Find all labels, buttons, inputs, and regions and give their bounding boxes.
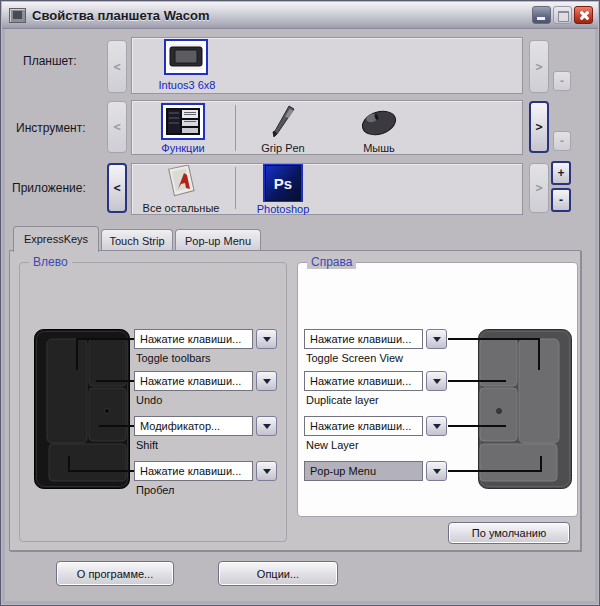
tab-touch-strip[interactable]: Touch Strip (101, 229, 173, 251)
separator (235, 167, 236, 209)
minus-icon: - (560, 134, 564, 148)
photoshop-icon: Ps (265, 165, 301, 201)
right-key1-combo-button[interactable] (426, 329, 447, 349)
tool-next-button[interactable]: > (529, 101, 549, 153)
tablet-icon (169, 44, 203, 70)
tablet-row-label: Планшет: (23, 54, 77, 68)
left-arrow-icon: < (113, 181, 120, 195)
chevron-down-icon (433, 424, 441, 429)
connector-line (538, 338, 540, 370)
connector-line (76, 338, 78, 370)
right-key2-assignment-label: Duplicate layer (306, 394, 379, 406)
right-arrow-icon: > (535, 181, 542, 195)
application-item-photoshop[interactable]: Ps (263, 164, 303, 202)
mouse-icon (358, 107, 400, 137)
minus-icon: - (559, 193, 563, 207)
right-key4-combo-button[interactable] (426, 461, 447, 481)
tab-label: Touch Strip (109, 235, 164, 247)
application-row-label: Приложение: (12, 181, 86, 195)
tablet-next-button[interactable]: > (529, 40, 549, 93)
application-item-allothers-label[interactable]: Все остальные (143, 202, 220, 214)
chevron-down-icon (433, 469, 441, 474)
default-button[interactable]: По умолчанию (448, 522, 570, 544)
functions-icon (166, 108, 200, 135)
chevron-down-icon (263, 379, 271, 384)
tablet-remove-button[interactable]: - (553, 71, 571, 91)
tool-row-label: Инструмент: (16, 121, 86, 135)
plus-icon: + (557, 166, 564, 180)
right-key3-combo[interactable]: Нажатие клавиши... (304, 416, 423, 436)
right-key4-combo[interactable]: Pop-up Menu (304, 461, 423, 481)
left-key4-combo[interactable]: Нажатие клавиши... (134, 461, 253, 481)
connector-line (448, 380, 506, 382)
about-button[interactable]: О программе... (56, 561, 174, 586)
tool-prev-button[interactable]: < (107, 101, 127, 153)
left-key4-assignment-label: Пробел (136, 484, 175, 496)
expresskeys-left-pad-image (34, 329, 130, 489)
tool-item-grippen-label[interactable]: Grip Pen (261, 142, 304, 154)
window-title: Свойства планшета Wacom (32, 8, 209, 23)
about-button-label: О программе... (77, 568, 153, 580)
connector-line (76, 338, 134, 340)
tool-item-grippen[interactable] (263, 103, 303, 141)
chevron-down-icon (433, 379, 441, 384)
application-item-photoshop-label[interactable]: Photoshop (257, 203, 310, 215)
tablet-item-label[interactable]: Intuos3 6x8 (159, 79, 216, 91)
connector-line (448, 470, 542, 472)
left-key4-combo-button[interactable] (256, 461, 277, 481)
tool-item-mouse-label[interactable]: Мышь (363, 142, 395, 154)
all-others-icon (160, 165, 200, 199)
connector-line (96, 380, 134, 382)
wacom-app-icon (9, 8, 26, 23)
default-button-label: По умолчанию (472, 527, 546, 539)
left-group-title: Влево (29, 255, 72, 269)
close-button[interactable] (574, 6, 593, 24)
right-key2-combo[interactable]: Нажатие клавиши... (304, 371, 423, 391)
application-remove-button[interactable]: - (551, 188, 571, 212)
left-key1-assignment-label: Toggle toolbars (136, 352, 211, 364)
tool-item-functions[interactable] (161, 103, 205, 140)
left-key1-combo[interactable]: Нажатие клавиши... (134, 329, 253, 349)
tool-item-functions-label[interactable]: Функции (161, 142, 204, 154)
right-key3-combo-button[interactable] (426, 416, 447, 436)
options-button-label: Опции... (257, 568, 299, 580)
tablet-prev-button[interactable]: < (107, 40, 127, 93)
left-key3-combo-button[interactable] (256, 416, 277, 436)
tool-item-mouse[interactable] (356, 105, 402, 139)
title-bar[interactable]: Свойства планшета Wacom (2, 2, 598, 29)
right-key1-combo[interactable]: Нажатие клавиши... (304, 329, 423, 349)
tool-remove-button[interactable]: - (553, 131, 571, 151)
application-prev-button[interactable]: < (107, 163, 127, 213)
left-key3-assignment-label: Shift (136, 439, 158, 451)
tab-label: ExpressKeys (24, 233, 88, 245)
wacom-properties-dialog: Свойства планшета Wacom Планшет: < Intuo… (0, 0, 600, 606)
right-key3-assignment-label: New Layer (306, 439, 359, 451)
tablet-item-intuos3[interactable] (164, 39, 208, 75)
left-key2-combo[interactable]: Нажатие клавиши... (134, 371, 253, 391)
tab-expresskeys[interactable]: ExpressKeys (13, 226, 99, 252)
connector-line (448, 425, 506, 427)
expresskeys-right-pad-image (478, 329, 572, 489)
chevron-down-icon (263, 469, 271, 474)
left-key3-combo[interactable]: Модификатор... (134, 416, 253, 436)
left-key2-combo-button[interactable] (256, 371, 277, 391)
connector-line (68, 470, 134, 472)
chevron-down-icon (263, 424, 271, 429)
maximize-button[interactable] (553, 6, 572, 24)
tab-label: Pop-up Menu (185, 235, 251, 247)
photoshop-monogram: Ps (274, 175, 292, 192)
right-key2-combo-button[interactable] (426, 371, 447, 391)
left-key1-combo-button[interactable] (256, 329, 277, 349)
application-add-button[interactable]: + (551, 161, 571, 185)
right-arrow-icon: > (535, 120, 542, 134)
pen-icon (265, 104, 301, 140)
options-button[interactable]: Опции... (218, 561, 338, 586)
chevron-down-icon (263, 337, 271, 342)
left-arrow-icon: < (113, 60, 120, 74)
connector-line (99, 425, 134, 427)
connector-line (448, 338, 540, 340)
application-next-button[interactable]: > (529, 163, 549, 213)
application-item-allothers[interactable] (157, 164, 203, 200)
tab-popup-menu[interactable]: Pop-up Menu (175, 229, 261, 251)
minimize-button[interactable] (532, 6, 551, 24)
